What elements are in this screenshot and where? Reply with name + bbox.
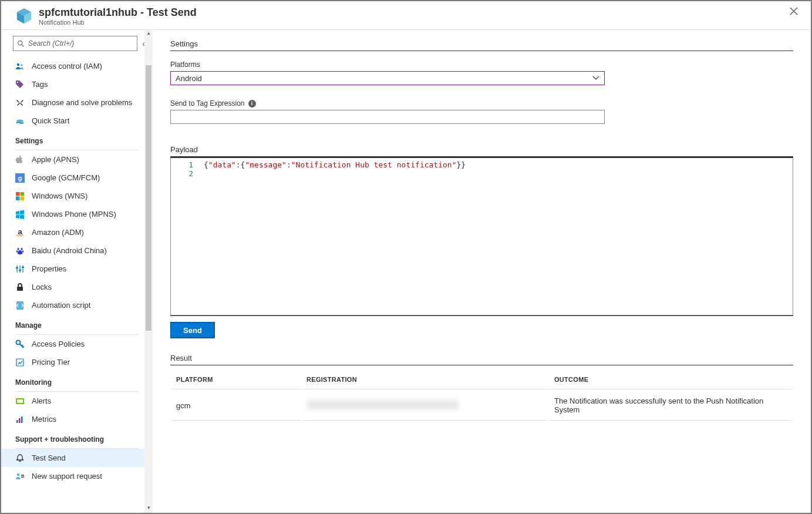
chevron-down-icon xyxy=(592,76,599,80)
amazon-icon: a xyxy=(15,228,25,237)
svg-rect-32 xyxy=(16,420,18,423)
tag-expression-input[interactable] xyxy=(170,110,605,124)
alerts-icon xyxy=(15,397,25,406)
svg-rect-11 xyxy=(16,192,20,196)
svg-rect-23 xyxy=(16,267,18,268)
result-table: PLATFORM REGISTRATION OUTCOME gcm The No… xyxy=(170,369,793,422)
metrics-icon xyxy=(15,415,25,424)
close-button[interactable] xyxy=(786,6,801,16)
blade-subtitle: Notification Hub xyxy=(39,19,197,26)
nav-label: Tags xyxy=(32,80,48,89)
nav-item-baidu[interactable]: Baidu (Android China) xyxy=(1,241,153,260)
cell-platform: gcm xyxy=(171,391,301,421)
svg-rect-21 xyxy=(19,266,21,273)
nav-label: Metrics xyxy=(32,415,56,424)
nav-item-tags[interactable]: Tags xyxy=(1,75,153,93)
nav-item-pricing[interactable]: Pricing Tier xyxy=(1,353,153,371)
col-platform: PLATFORM xyxy=(171,370,301,389)
payload-editor[interactable]: 12 {"data":{"message":"Notification Hub … xyxy=(170,157,793,315)
iam-icon xyxy=(15,62,25,71)
nav-item-alerts[interactable]: Alerts xyxy=(1,392,153,410)
quick-icon xyxy=(15,116,25,126)
tag-expression-label: Send to Tag Expression i xyxy=(170,99,793,107)
nav-item-script[interactable]: Automation script xyxy=(1,296,153,314)
svg-rect-24 xyxy=(19,270,21,271)
nav-item-google[interactable]: gGoogle (GCM/FCM) xyxy=(1,169,153,187)
nav-label: Windows (WNS) xyxy=(32,192,87,200)
result-heading: Result xyxy=(170,354,793,365)
nav-item-amazon[interactable]: aAmazon (ADM) xyxy=(1,223,153,241)
locks-icon xyxy=(15,283,25,292)
svg-text:a: a xyxy=(18,228,22,236)
nav-label: Pricing Tier xyxy=(32,358,70,367)
svg-rect-26 xyxy=(17,287,23,291)
nav-label: Windows Phone (MPNS) xyxy=(32,210,116,219)
search-input[interactable]: Search (Ctrl+/) xyxy=(13,36,137,51)
nav-label: Diagnose and solve problems xyxy=(32,98,132,107)
baidu-icon xyxy=(15,246,25,256)
platforms-select[interactable]: Android xyxy=(170,71,605,85)
send-button[interactable]: Send xyxy=(170,322,215,338)
nav-label: Amazon (ADM) xyxy=(32,228,84,237)
settings-heading: Settings xyxy=(170,39,793,51)
nav-item-apple[interactable]: Apple (APNS) xyxy=(1,150,153,169)
nav-item-testsend[interactable]: Test Send xyxy=(1,449,153,467)
nav-item-key[interactable]: Access Policies xyxy=(1,335,153,353)
svg-point-18 xyxy=(16,250,18,253)
nav-item-support[interactable]: New support request xyxy=(1,467,153,485)
nav-item-metrics[interactable]: Metrics xyxy=(1,410,153,428)
nav-section-manage: Manage xyxy=(1,314,153,333)
svg-rect-12 xyxy=(21,192,25,196)
diagnose-icon xyxy=(15,98,25,107)
nav-section-settings: Settings xyxy=(1,130,153,149)
nav-item-winphone[interactable]: Windows Phone (MPNS) xyxy=(1,205,153,223)
nav-item-iam[interactable]: Access control (IAM) xyxy=(1,57,153,75)
nav-item-quick[interactable]: Quick Start xyxy=(1,112,153,130)
divider xyxy=(170,51,793,51)
cell-registration xyxy=(302,391,548,421)
divider xyxy=(170,315,793,316)
nav-label: Baidu (Android China) xyxy=(32,246,107,255)
winphone-icon xyxy=(15,210,25,219)
pricing-icon xyxy=(15,358,25,367)
info-icon[interactable]: i xyxy=(248,100,256,107)
support-icon xyxy=(15,472,25,481)
nav-label: Access Policies xyxy=(32,340,85,348)
svg-point-8 xyxy=(16,119,23,122)
editor-code[interactable]: {"data":{"message":"Notification Hub tes… xyxy=(199,158,793,315)
nav-label: Test Send xyxy=(32,453,66,462)
svg-rect-14 xyxy=(21,196,25,200)
svg-text:g: g xyxy=(18,174,22,182)
svg-rect-20 xyxy=(16,266,18,273)
nav-label: New support request xyxy=(32,472,102,481)
nav-item-props[interactable]: Properties xyxy=(1,260,153,278)
nav-section-support: Support + troubleshooting xyxy=(1,428,153,447)
nav-label: Automation script xyxy=(32,301,90,310)
svg-point-28 xyxy=(16,340,21,344)
svg-rect-33 xyxy=(19,418,21,423)
sidebar-scrollbar[interactable]: ▴ ▾ xyxy=(144,30,153,513)
script-icon xyxy=(15,301,25,310)
svg-rect-34 xyxy=(21,416,23,423)
nav-item-diagnose[interactable]: Diagnose and solve problems xyxy=(1,93,153,112)
col-outcome: OUTCOME xyxy=(550,370,792,389)
testsend-icon xyxy=(15,453,25,463)
result-row: gcm The Notification was successfully se… xyxy=(171,391,792,421)
nav-label: Properties xyxy=(32,264,66,273)
svg-point-5 xyxy=(17,63,19,65)
nav-label: Apple (APNS) xyxy=(32,155,79,164)
editor-gutter: 12 xyxy=(171,158,199,315)
nav-item-windows[interactable]: Windows (WNS) xyxy=(1,187,153,205)
key-icon xyxy=(15,340,25,349)
nav-label: Google (GCM/FCM) xyxy=(32,173,100,182)
resource-icon xyxy=(15,7,33,25)
svg-rect-27 xyxy=(16,301,23,310)
nav-item-locks[interactable]: Locks xyxy=(1,278,153,296)
main-content: Settings Platforms Android Send to Tag E… xyxy=(153,30,811,513)
svg-rect-31 xyxy=(17,399,23,403)
nav-label: Alerts xyxy=(32,397,51,405)
svg-point-3 xyxy=(18,41,22,45)
tags-icon xyxy=(15,80,25,89)
search-icon xyxy=(17,40,25,48)
svg-point-19 xyxy=(22,250,24,253)
